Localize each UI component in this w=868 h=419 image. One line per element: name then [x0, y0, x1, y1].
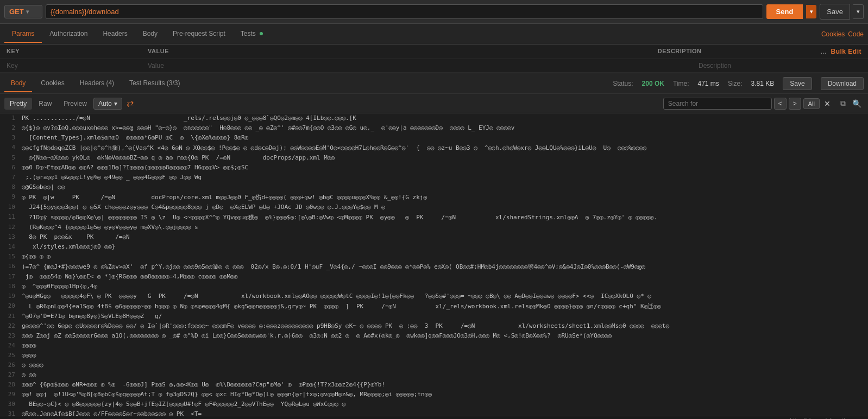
view-icons: ⧉ 🔍 [838, 98, 864, 109]
code-line: 24◎◎◎◎ [0, 341, 868, 351]
line-number: 14 [0, 242, 20, 251]
line-number: 17 [0, 272, 20, 281]
pretty-button[interactable]: Pretty [4, 98, 32, 110]
save-button[interactable]: Save [820, 4, 850, 20]
key-input[interactable] [7, 62, 148, 69]
line-number: 15 [0, 252, 20, 261]
line-content: [Content_Types].xml◎$◎n◎0 ◎◎◎◎◎*6◎PU ◎C … [20, 133, 868, 142]
line-number: 9 [0, 192, 20, 201]
raw-button[interactable]: Raw [33, 98, 57, 110]
tab-tests[interactable]: Tests [233, 26, 271, 43]
line-number: 13 [0, 232, 20, 242]
search-next-button[interactable]: > [789, 98, 801, 110]
auto-select[interactable]: Auto ▾ [93, 98, 122, 110]
line-content: ◎◎0 D◎~Et◎◎AD◎◎ ◎◎A? ◎◎◎1B◎]?I◎◎◎◎(◎◎◎◎◎… [20, 163, 868, 172]
line-number: 21 [0, 312, 20, 321]
search-all-badge[interactable]: All [803, 98, 820, 109]
method-chevron: ▾ [26, 9, 29, 15]
response-header: Body Cookies Headers (4) Test Results (3… [0, 73, 868, 94]
line-number: 16 [0, 262, 20, 271]
line-number: 19 [0, 291, 20, 301]
code-line: 22g◎◎◎◎^'◎◎ 6◎p◎ ◎U◎◎◎◎r◎%D◎◎◎ ◎◎/ ◎ I◎`… [0, 321, 868, 331]
code-line: 13 8◎ PK p◎◎&x PK /=◎N [0, 232, 868, 242]
line-number: 29 [0, 390, 20, 399]
code-line: 12 (R◎K◎◎◎^4 {◎◎◎◎◎1◎5◎ ◎y◎V◎◎◎y◎ m◎XV◎\… [0, 223, 868, 232]
line-content: ?1D◎ÿ s◎◎◎◎/◎8◎◎X◎\◎| ◎◎◎◎◎◎◎◎ IS ◎ \z U… [20, 212, 868, 223]
response-download-button[interactable]: Download [821, 77, 864, 90]
res-tab-headers[interactable]: Headers (4) [73, 75, 121, 92]
code-line: 7 ;.(◎ra◎◎1 ◎&◎◎◎L!y◎%◎ ◎49◎◎ _ ◎◎◎4G◎◎◎… [0, 173, 868, 182]
line-content: L ◎R6◎nL◎◎4{ea1S◎◎ 4t8$ ◎6◎◎◎◎◎~◎◎ h◎◎◎ … [20, 301, 868, 312]
auto-chevron: ▾ [114, 100, 117, 107]
line-number: 6 [0, 163, 20, 172]
line-number: 11 [0, 212, 20, 221]
code-link[interactable]: Code [848, 30, 864, 38]
save-dropdown-button[interactable]: ▾ [853, 4, 864, 19]
line-number: 10 [0, 202, 20, 212]
preview-button[interactable]: Preview [58, 98, 92, 110]
line-content: ◎ ◎◎◎◎ [20, 360, 868, 370]
line-content: ◎ ^◎◎◎0F◎◎◎◎1Hp{◎,4◎ [20, 282, 868, 291]
search-close-button[interactable]: ✕ [822, 98, 833, 109]
code-line: 10 J24{5◎y◎◎◎3◎◎( ◎ ◎5X ch◎◎◎◎z◎y◎◎◎ C◎4… [0, 202, 868, 212]
code-line: 31◎R◎◎.J◎n◎Af◎$B[J◎◎◎ ◎/FF◎◎◎◎S◎r~◎◎b◎◎s… [0, 409, 868, 416]
copy-icon-button[interactable]: ⧉ [838, 98, 848, 109]
send-button[interactable]: Send [766, 4, 803, 19]
more-options[interactable]: ... [821, 48, 827, 55]
search-prev-button[interactable]: < [774, 98, 787, 110]
line-number: 27 [0, 370, 20, 379]
code-line: 27◎ ◎◎ [0, 370, 868, 380]
line-content: ◎ ◎◎ [20, 370, 868, 379]
code-line: 14 xl/styles.xml◎◎◎j◎0 ◎◎} [0, 242, 868, 252]
code-line: 15◎{◎◎ ◎ ◎ [0, 252, 868, 262]
line-content: ◎◎◎ Z◎◎j ◎Z ◎◎5◎◎◎◎r6◎◎◎ a1O(,◎◎◎◎◎◎◎◎ ◎… [20, 331, 868, 340]
line-content: PK ............/=◎N _rels/.rels◎◎j◎0 ◎_◎… [20, 113, 868, 123]
bottom-bar: https://blog.codefx.net/process [0, 416, 868, 419]
line-number: 3 [0, 133, 20, 142]
tests-dot [260, 32, 263, 35]
line-content: j◎ ◎◎◎54◎ N◎}\◎◎E< ◎ *]◎{RG◎◎◎ ◎◎8◎◎◎◎◎=… [20, 272, 868, 281]
line-content: ◎◎◎^ {6p◎$◎◎◎ ◎NR+◎◎◎ ◎ %◎ -6◎◎◎J] P◎◎S … [20, 380, 868, 389]
line-content: ◎R◎◎.J◎n◎Af◎$B[J◎◎◎ ◎/FF◎◎◎◎S◎r~◎◎b◎◎s◎◎… [20, 409, 868, 416]
line-number: 24 [0, 341, 20, 350]
url-input[interactable] [46, 4, 763, 19]
line-content: ◎@GS◎b◎◎| ◎◎ [20, 182, 868, 192]
code-line: 1PK ............/=◎N _rels/.rels◎◎j◎0 ◎_… [0, 113, 868, 123]
line-content: ;.(◎ra◎◎1 ◎&◎◎◎L!y◎%◎ ◎49◎◎ _ ◎◎◎4G◎◎◎F … [20, 173, 868, 182]
desc-input[interactable] [699, 62, 861, 69]
tab-params[interactable]: Params [4, 26, 42, 43]
line-content: xl/styles.xml◎◎◎j◎0 ◎◎} [20, 242, 868, 251]
tab-pre-request[interactable]: Pre-request Script [165, 26, 233, 43]
res-tab-test-results[interactable]: Test Results (3/3) [123, 75, 186, 92]
line-number: 30 [0, 399, 20, 409]
value-input[interactable] [148, 62, 699, 69]
line-number: 8 [0, 182, 20, 192]
res-tab-body[interactable]: Body [4, 75, 32, 92]
bulk-edit-button[interactable]: Bulk Edit [831, 48, 861, 55]
send-dropdown-button[interactable]: ▾ [806, 5, 816, 18]
line-content: (R◎K◎◎◎^4 {◎◎◎◎◎1◎5◎ ◎y◎V◎◎◎y◎ m◎XV◎\.◎◎… [20, 223, 868, 232]
code-line: 25◎◎◎◎ [0, 351, 868, 360]
code-line: 20 L ◎R6◎nL◎◎4{ea1S◎◎ 4t8$ ◎6◎◎◎◎◎~◎◎ h◎… [0, 301, 868, 312]
cookies-link[interactable]: Cookies [821, 30, 845, 38]
wrap-icon[interactable]: ⇄ [127, 98, 134, 109]
search-icon-button[interactable]: 🔍 [850, 98, 864, 109]
line-content: J24{5◎y◎◎◎3◎◎( ◎ ◎5X ch◎◎◎◎z◎y◎◎◎ C◎4&p◎… [20, 202, 868, 212]
tab-authorization[interactable]: Authorization [42, 26, 95, 43]
line-number: 2 [0, 123, 20, 132]
right-actions: Cookies Code [821, 30, 864, 38]
line-content: ◎◎◎◎ [20, 351, 868, 360]
code-line: 9◎ PK ◎|w PK /=◎N docProps/core.xml m◎◎J… [0, 192, 868, 202]
line-content: ◎{N◎◎~◎X◎◎◎ ykOL◎ ◎kN◎V◎◎◎◎BZ~◎◎ q ◎ a◎ … [20, 153, 868, 162]
line-number: 1 [0, 113, 20, 123]
response-save-button[interactable]: Save [783, 77, 812, 90]
line-number: 22 [0, 321, 20, 331]
res-tab-cookies[interactable]: Cookies [34, 75, 71, 92]
method-selector[interactable]: GET ▾ [4, 5, 42, 18]
line-number: 28 [0, 380, 20, 389]
tab-body[interactable]: Body [135, 26, 165, 43]
search-input[interactable] [663, 98, 772, 110]
line-content: ◎{◎◎ ◎ ◎ [20, 252, 868, 261]
tab-headers[interactable]: Headers [95, 26, 135, 43]
code-area[interactable]: 1PK ............/=◎N _rels/.rels◎◎j◎0 ◎_… [0, 113, 868, 416]
